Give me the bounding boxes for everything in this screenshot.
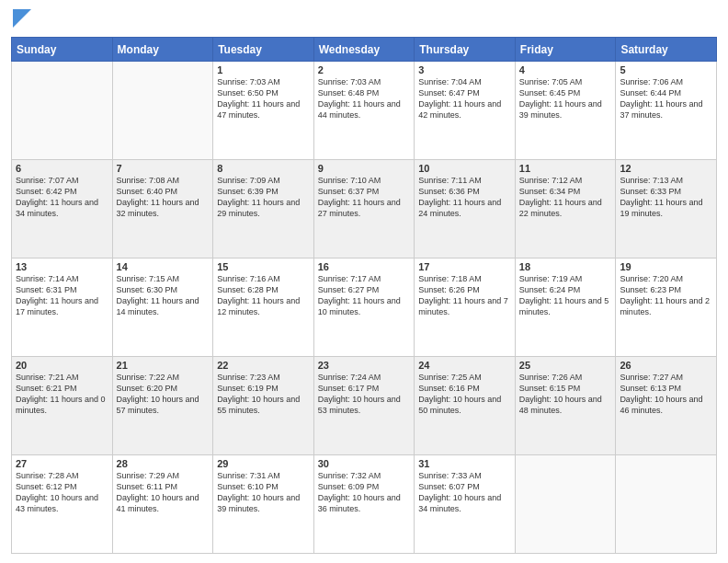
calendar-cell: 29Sunrise: 7:31 AM Sunset: 6:10 PM Dayli… xyxy=(213,455,314,554)
calendar-cell: 18Sunrise: 7:19 AM Sunset: 6:24 PM Dayli… xyxy=(515,259,616,357)
cell-info: Sunrise: 7:31 AM Sunset: 6:10 PM Dayligh… xyxy=(217,470,310,515)
day-number: 24 xyxy=(418,360,511,371)
day-number: 18 xyxy=(519,261,612,272)
calendar-cell: 13Sunrise: 7:14 AM Sunset: 6:31 PM Dayli… xyxy=(12,259,113,357)
calendar-cell: 6Sunrise: 7:07 AM Sunset: 6:42 PM Daylig… xyxy=(12,160,113,259)
day-number: 23 xyxy=(318,360,411,371)
day-number: 3 xyxy=(418,64,511,75)
cell-info: Sunrise: 7:05 AM Sunset: 6:45 PM Dayligh… xyxy=(519,76,612,121)
day-number: 13 xyxy=(16,261,108,272)
day-number: 4 xyxy=(519,64,612,75)
calendar-cell: 21Sunrise: 7:22 AM Sunset: 6:20 PM Dayli… xyxy=(112,357,213,455)
calendar-cell: 20Sunrise: 7:21 AM Sunset: 6:21 PM Dayli… xyxy=(12,357,113,455)
calendar-cell: 16Sunrise: 7:17 AM Sunset: 6:27 PM Dayli… xyxy=(313,259,415,357)
week-row-1: 1Sunrise: 7:03 AM Sunset: 6:50 PM Daylig… xyxy=(12,62,717,160)
logo xyxy=(11,9,31,31)
calendar-cell: 15Sunrise: 7:16 AM Sunset: 6:28 PM Dayli… xyxy=(213,259,314,357)
cell-info: Sunrise: 7:04 AM Sunset: 6:47 PM Dayligh… xyxy=(418,76,511,121)
page: SundayMondayTuesdayWednesdayThursdayFrid… xyxy=(0,0,728,563)
day-number: 21 xyxy=(117,360,210,371)
cell-info: Sunrise: 7:16 AM Sunset: 6:28 PM Dayligh… xyxy=(217,273,310,318)
day-header-wednesday: Wednesday xyxy=(313,38,415,62)
day-number: 9 xyxy=(318,163,411,174)
day-header-saturday: Saturday xyxy=(616,38,717,62)
day-number: 5 xyxy=(620,64,712,75)
cell-info: Sunrise: 7:08 AM Sunset: 6:40 PM Dayligh… xyxy=(117,175,210,220)
cell-info: Sunrise: 7:03 AM Sunset: 6:50 PM Dayligh… xyxy=(217,76,310,121)
day-number: 19 xyxy=(620,261,712,272)
cell-info: Sunrise: 7:17 AM Sunset: 6:27 PM Dayligh… xyxy=(318,273,411,318)
cell-info: Sunrise: 7:28 AM Sunset: 6:12 PM Dayligh… xyxy=(16,470,108,515)
calendar-cell xyxy=(616,455,717,554)
day-number: 28 xyxy=(117,458,210,469)
day-number: 8 xyxy=(217,163,310,174)
calendar-cell: 22Sunrise: 7:23 AM Sunset: 6:19 PM Dayli… xyxy=(213,357,314,455)
calendar-cell: 12Sunrise: 7:13 AM Sunset: 6:33 PM Dayli… xyxy=(616,160,717,259)
day-number: 6 xyxy=(16,163,108,174)
svg-marker-0 xyxy=(13,9,31,28)
calendar-cell: 10Sunrise: 7:11 AM Sunset: 6:36 PM Dayli… xyxy=(415,160,516,259)
calendar-cell: 3Sunrise: 7:04 AM Sunset: 6:47 PM Daylig… xyxy=(415,62,516,160)
calendar-cell: 2Sunrise: 7:03 AM Sunset: 6:48 PM Daylig… xyxy=(313,62,415,160)
day-number: 7 xyxy=(117,163,210,174)
day-number: 10 xyxy=(418,163,511,174)
day-header-sunday: Sunday xyxy=(12,38,113,62)
day-number: 2 xyxy=(318,64,411,75)
cell-info: Sunrise: 7:32 AM Sunset: 6:09 PM Dayligh… xyxy=(318,470,411,515)
cell-info: Sunrise: 7:27 AM Sunset: 6:13 PM Dayligh… xyxy=(620,372,712,417)
calendar-cell: 4Sunrise: 7:05 AM Sunset: 6:45 PM Daylig… xyxy=(515,62,616,160)
day-number: 29 xyxy=(217,458,310,469)
calendar-cell: 24Sunrise: 7:25 AM Sunset: 6:16 PM Dayli… xyxy=(415,357,516,455)
calendar-cell: 8Sunrise: 7:09 AM Sunset: 6:39 PM Daylig… xyxy=(213,160,314,259)
day-number: 17 xyxy=(418,261,511,272)
cell-info: Sunrise: 7:14 AM Sunset: 6:31 PM Dayligh… xyxy=(16,273,108,318)
calendar-cell: 28Sunrise: 7:29 AM Sunset: 6:11 PM Dayli… xyxy=(112,455,213,554)
cell-info: Sunrise: 7:03 AM Sunset: 6:48 PM Dayligh… xyxy=(318,76,411,121)
calendar-cell: 5Sunrise: 7:06 AM Sunset: 6:44 PM Daylig… xyxy=(616,62,717,160)
calendar-cell: 30Sunrise: 7:32 AM Sunset: 6:09 PM Dayli… xyxy=(313,455,415,554)
day-header-thursday: Thursday xyxy=(415,38,516,62)
header xyxy=(11,9,717,31)
cell-info: Sunrise: 7:23 AM Sunset: 6:19 PM Dayligh… xyxy=(217,372,310,417)
week-row-3: 13Sunrise: 7:14 AM Sunset: 6:31 PM Dayli… xyxy=(12,259,717,357)
day-number: 31 xyxy=(418,458,511,469)
cell-info: Sunrise: 7:26 AM Sunset: 6:15 PM Dayligh… xyxy=(519,372,612,417)
day-number: 11 xyxy=(519,163,612,174)
cell-info: Sunrise: 7:19 AM Sunset: 6:24 PM Dayligh… xyxy=(519,273,612,318)
calendar-header-row: SundayMondayTuesdayWednesdayThursdayFrid… xyxy=(12,38,717,62)
cell-info: Sunrise: 7:07 AM Sunset: 6:42 PM Dayligh… xyxy=(16,175,108,220)
cell-info: Sunrise: 7:09 AM Sunset: 6:39 PM Dayligh… xyxy=(217,175,310,220)
day-header-tuesday: Tuesday xyxy=(213,38,314,62)
calendar-cell: 25Sunrise: 7:26 AM Sunset: 6:15 PM Dayli… xyxy=(515,357,616,455)
day-number: 15 xyxy=(217,261,310,272)
cell-info: Sunrise: 7:25 AM Sunset: 6:16 PM Dayligh… xyxy=(418,372,511,417)
calendar-cell xyxy=(12,62,113,160)
day-number: 16 xyxy=(318,261,411,272)
day-number: 27 xyxy=(16,458,108,469)
day-number: 12 xyxy=(620,163,712,174)
calendar-cell: 7Sunrise: 7:08 AM Sunset: 6:40 PM Daylig… xyxy=(112,160,213,259)
calendar-cell: 19Sunrise: 7:20 AM Sunset: 6:23 PM Dayli… xyxy=(616,259,717,357)
calendar-cell xyxy=(515,455,616,554)
day-header-monday: Monday xyxy=(112,38,213,62)
calendar-cell: 1Sunrise: 7:03 AM Sunset: 6:50 PM Daylig… xyxy=(213,62,314,160)
calendar-cell: 23Sunrise: 7:24 AM Sunset: 6:17 PM Dayli… xyxy=(313,357,415,455)
cell-info: Sunrise: 7:22 AM Sunset: 6:20 PM Dayligh… xyxy=(117,372,210,417)
calendar-cell: 31Sunrise: 7:33 AM Sunset: 6:07 PM Dayli… xyxy=(415,455,516,554)
calendar-table: SundayMondayTuesdayWednesdayThursdayFrid… xyxy=(11,37,717,554)
cell-info: Sunrise: 7:11 AM Sunset: 6:36 PM Dayligh… xyxy=(418,175,511,220)
week-row-2: 6Sunrise: 7:07 AM Sunset: 6:42 PM Daylig… xyxy=(12,160,717,259)
cell-info: Sunrise: 7:33 AM Sunset: 6:07 PM Dayligh… xyxy=(418,470,511,515)
calendar-cell xyxy=(112,62,213,160)
day-number: 22 xyxy=(217,360,310,371)
calendar-cell: 14Sunrise: 7:15 AM Sunset: 6:30 PM Dayli… xyxy=(112,259,213,357)
day-header-friday: Friday xyxy=(515,38,616,62)
day-number: 25 xyxy=(519,360,612,371)
day-number: 26 xyxy=(620,360,712,371)
cell-info: Sunrise: 7:13 AM Sunset: 6:33 PM Dayligh… xyxy=(620,175,712,220)
cell-info: Sunrise: 7:15 AM Sunset: 6:30 PM Dayligh… xyxy=(117,273,210,318)
calendar-cell: 11Sunrise: 7:12 AM Sunset: 6:34 PM Dayli… xyxy=(515,160,616,259)
day-number: 14 xyxy=(117,261,210,272)
cell-info: Sunrise: 7:29 AM Sunset: 6:11 PM Dayligh… xyxy=(117,470,210,515)
cell-info: Sunrise: 7:21 AM Sunset: 6:21 PM Dayligh… xyxy=(16,372,108,417)
